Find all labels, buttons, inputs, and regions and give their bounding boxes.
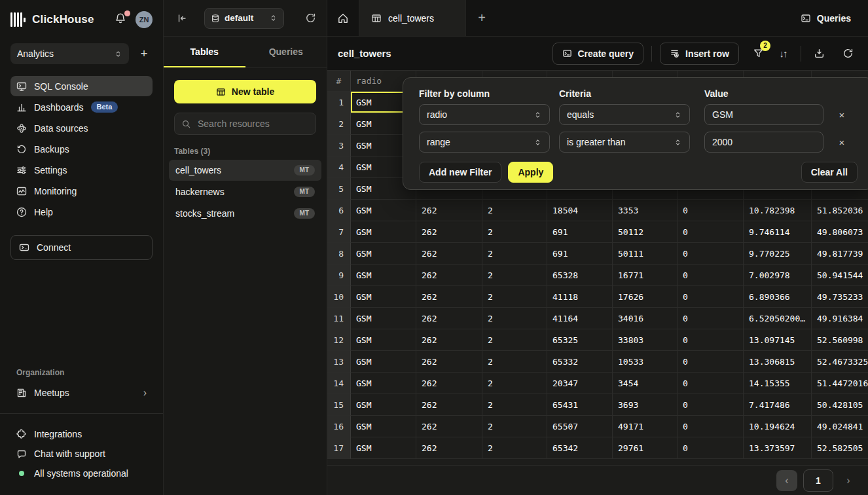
- table-cell[interactable]: 65431: [547, 394, 613, 416]
- table-cell[interactable]: 2: [482, 351, 547, 373]
- table-cell[interactable]: 0: [678, 308, 744, 329]
- new-table-button[interactable]: New table: [174, 80, 316, 103]
- database-select[interactable]: default: [204, 8, 284, 29]
- table-cell[interactable]: GSM: [351, 308, 416, 329]
- table-cell[interactable]: 2: [482, 394, 547, 416]
- table-list-item-cell-towers[interactable]: cell_towersMT: [169, 160, 321, 181]
- row-number[interactable]: 14: [327, 373, 351, 394]
- filter-criteria-select[interactable]: equals: [559, 104, 690, 125]
- table-cell[interactable]: 262: [416, 437, 482, 459]
- table-cell[interactable]: GSM: [351, 265, 416, 286]
- table-cell[interactable]: 65507: [547, 416, 613, 437]
- table-cell[interactable]: 262: [416, 221, 482, 243]
- table-cell[interactable]: 13.373597: [744, 437, 812, 459]
- sidebar-item-meetups[interactable]: Meetups›: [10, 382, 153, 403]
- sidebar-item-integrations[interactable]: Integrations: [10, 424, 153, 444]
- apply-button[interactable]: Apply: [508, 162, 553, 183]
- sidebar-item-all-systems-operational[interactable]: All systems operational: [10, 464, 153, 483]
- table-cell[interactable]: 0: [678, 394, 744, 416]
- table-cell[interactable]: 2: [482, 265, 547, 286]
- table-cell[interactable]: 49.735233: [812, 286, 868, 308]
- avatar[interactable]: ZN: [136, 11, 153, 28]
- row-number[interactable]: 7: [327, 221, 351, 243]
- table-cell[interactable]: 2: [482, 286, 547, 308]
- table-cell[interactable]: 6.52050200…: [744, 308, 812, 329]
- table-cell[interactable]: 2: [482, 373, 547, 394]
- table-cell[interactable]: 33803: [613, 329, 678, 351]
- table-cell[interactable]: 41118: [547, 286, 613, 308]
- download-button[interactable]: [809, 44, 829, 64]
- table-cell[interactable]: 2: [482, 243, 547, 265]
- sort-button[interactable]: ↓↑: [773, 44, 793, 64]
- row-number[interactable]: 8: [327, 243, 351, 265]
- notifications-button[interactable]: [115, 12, 129, 27]
- table-cell[interactable]: 10.782398: [744, 200, 812, 221]
- table-cell[interactable]: 7.417486: [744, 394, 812, 416]
- table-cell[interactable]: 9.770225: [744, 243, 812, 265]
- sidebar-item-chat-with-support[interactable]: Chat with support: [10, 444, 153, 464]
- table-cell[interactable]: GSM: [351, 286, 416, 308]
- connect-button[interactable]: Connect: [10, 235, 153, 260]
- table-cell[interactable]: GSM: [351, 351, 416, 373]
- refresh-button[interactable]: [838, 44, 858, 64]
- sidebar-item-help[interactable]: Help: [10, 202, 153, 222]
- table-cell[interactable]: 9.746114: [744, 221, 812, 243]
- table-cell[interactable]: 65342: [547, 437, 613, 459]
- table-cell[interactable]: GSM: [351, 221, 416, 243]
- table-list-item-hackernews[interactable]: hackernewsMT: [169, 181, 321, 202]
- table-cell[interactable]: 262: [416, 351, 482, 373]
- table-cell[interactable]: 2: [482, 200, 547, 221]
- filter-value-input[interactable]: [704, 132, 823, 153]
- table-cell[interactable]: 3353: [613, 200, 678, 221]
- table-cell[interactable]: GSM: [351, 373, 416, 394]
- tab-tables[interactable]: Tables: [164, 37, 245, 67]
- prev-page-button[interactable]: ‹: [776, 470, 797, 491]
- sidebar-item-backups[interactable]: Backups: [10, 139, 153, 159]
- sidebar-item-sql-console[interactable]: SQL Console: [10, 76, 153, 96]
- table-cell[interactable]: 262: [416, 416, 482, 437]
- clear-all-button[interactable]: Clear All: [801, 162, 858, 183]
- table-list-item-stocks-stream[interactable]: stocks_streamMT: [169, 203, 321, 224]
- row-number[interactable]: 12: [327, 329, 351, 351]
- table-cell[interactable]: 0: [678, 329, 744, 351]
- table-cell[interactable]: GSM: [351, 243, 416, 265]
- table-cell[interactable]: 17626: [613, 286, 678, 308]
- row-number[interactable]: 11: [327, 308, 351, 329]
- table-cell[interactable]: 262: [416, 286, 482, 308]
- row-number[interactable]: 2: [327, 113, 351, 135]
- table-cell[interactable]: 13.097145: [744, 329, 812, 351]
- row-number[interactable]: 6: [327, 200, 351, 221]
- row-number[interactable]: 9: [327, 265, 351, 286]
- table-cell[interactable]: 6.890366: [744, 286, 812, 308]
- new-tab-button[interactable]: +: [466, 0, 497, 36]
- table-cell[interactable]: 49.916384: [812, 308, 868, 329]
- table-cell[interactable]: 0: [678, 351, 744, 373]
- next-page-button[interactable]: ›: [839, 470, 858, 491]
- table-cell[interactable]: 2: [482, 437, 547, 459]
- table-cell[interactable]: 65325: [547, 329, 613, 351]
- table-cell[interactable]: GSM: [351, 394, 416, 416]
- table-cell[interactable]: 262: [416, 243, 482, 265]
- table-cell[interactable]: 0: [678, 437, 744, 459]
- table-cell[interactable]: 34016: [613, 308, 678, 329]
- table-cell[interactable]: GSM: [351, 200, 416, 221]
- table-cell[interactable]: 262: [416, 308, 482, 329]
- table-cell[interactable]: 65328: [547, 265, 613, 286]
- table-cell[interactable]: 65332: [547, 351, 613, 373]
- table-cell[interactable]: 51.852036: [812, 200, 868, 221]
- table-cell[interactable]: 262: [416, 373, 482, 394]
- table-cell[interactable]: 13.306815: [744, 351, 812, 373]
- table-cell[interactable]: GSM: [351, 416, 416, 437]
- remove-filter-icon[interactable]: ×: [833, 109, 851, 120]
- tab-cell-towers[interactable]: cell_towers: [359, 0, 466, 36]
- table-cell[interactable]: 0: [678, 416, 744, 437]
- table-cell[interactable]: 50.941544: [812, 265, 868, 286]
- table-cell[interactable]: 262: [416, 329, 482, 351]
- row-number[interactable]: 16: [327, 416, 351, 437]
- table-cell[interactable]: 49.817739: [812, 243, 868, 265]
- table-cell[interactable]: 2: [482, 308, 547, 329]
- table-cell[interactable]: 16771: [613, 265, 678, 286]
- column-header[interactable]: #: [327, 71, 351, 92]
- table-cell[interactable]: 52.4673325: [812, 351, 868, 373]
- filter-column-select[interactable]: range: [419, 132, 550, 153]
